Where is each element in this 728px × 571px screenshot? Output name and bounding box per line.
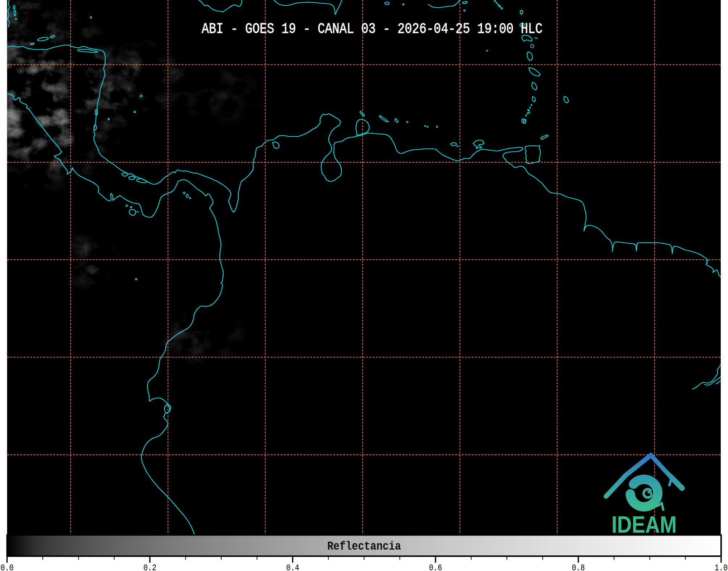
svg-text:ABI - GOES 19 - CANAL 03 - 202: ABI - GOES 19 - CANAL 03 - 2026-04-25 19… (202, 21, 543, 37)
svg-text:Reflectancia: Reflectancia (327, 539, 401, 553)
svg-text:1.0: 1.0 (715, 563, 728, 571)
svg-text:0.4: 0.4 (286, 563, 299, 571)
svg-text:0.6: 0.6 (429, 563, 442, 571)
svg-text:0.0: 0.0 (1, 563, 14, 571)
svg-text:IDEAM: IDEAM (611, 511, 677, 538)
svg-text:0.2: 0.2 (143, 563, 156, 571)
svg-text:0.8: 0.8 (572, 563, 585, 571)
